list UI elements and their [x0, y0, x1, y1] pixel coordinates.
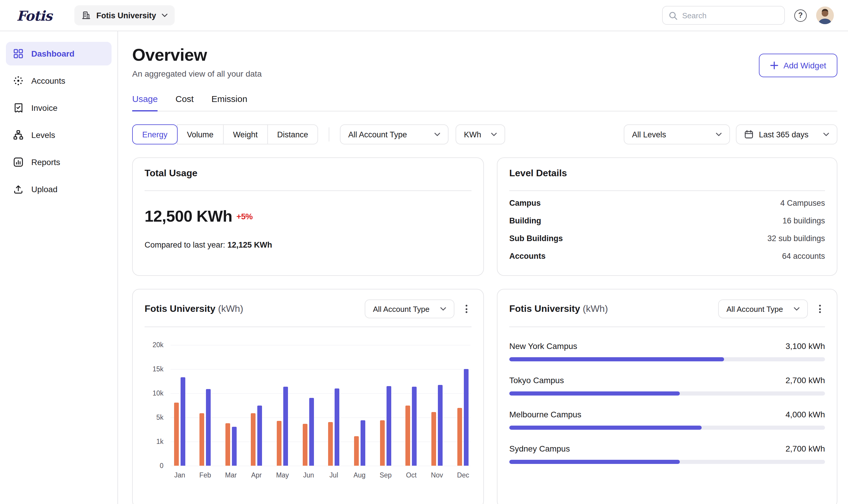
divider	[509, 327, 825, 327]
progress-fill	[509, 426, 702, 430]
measure-weight[interactable]: Weight	[223, 124, 268, 144]
sidebar-item-label: Levels	[31, 130, 55, 140]
chevron-down-icon	[440, 307, 446, 311]
usage-bar	[251, 414, 256, 466]
total-usage-card: Total Usage 12,500 KWh+5% Compared to la…	[132, 157, 484, 276]
month-label: Oct	[406, 472, 417, 479]
usage-bar	[310, 398, 314, 466]
tab-usage[interactable]: Usage	[132, 94, 158, 111]
usage-chart-card: Fotis University (kWh) All Account Type …	[132, 289, 484, 504]
sidebar-item-invoice[interactable]: Invoice	[6, 96, 111, 120]
measure-toggle: Energy Volume Weight Distance	[132, 124, 318, 144]
campus-row: Tokyo Campus 2,700 kWh	[509, 374, 825, 396]
tab-emission[interactable]: Emission	[211, 94, 247, 111]
level-label: Sub Buildings	[509, 233, 563, 244]
sidebar-item-label: Dashboard	[31, 49, 74, 58]
sidebar-item-upload[interactable]: Upload	[6, 177, 111, 201]
usage-bar	[232, 427, 237, 466]
level-label: Building	[509, 216, 541, 226]
date-range-select[interactable]: Last 365 days	[736, 124, 837, 144]
tab-cost[interactable]: Cost	[176, 94, 194, 111]
invoice-icon	[13, 103, 23, 113]
level-row: Sub Buildings 32 sub buildings	[509, 233, 825, 244]
search-input[interactable]	[682, 11, 778, 20]
chevron-down-icon	[716, 133, 722, 136]
progress-track	[509, 426, 825, 430]
tabs: Usage Cost Emission	[132, 94, 837, 111]
y-axis-label: 10k	[153, 390, 163, 397]
campus-account-type-select[interactable]: All Account Type	[718, 300, 808, 318]
month-label: Jun	[303, 472, 314, 479]
sidebar-item-levels[interactable]: Levels	[6, 123, 111, 147]
measure-distance[interactable]: Distance	[267, 124, 318, 144]
progress-track	[509, 357, 825, 361]
month-label: Aug	[353, 472, 366, 479]
account-type-value: All Account Type	[348, 130, 407, 139]
levels-select[interactable]: All Levels	[624, 124, 730, 144]
usage-bar	[380, 420, 385, 466]
plus-icon	[770, 61, 778, 70]
level-value: 64 accounts	[782, 251, 825, 262]
kebab-menu-icon[interactable]	[815, 301, 825, 317]
usage-bar	[225, 423, 230, 466]
kebab-menu-icon[interactable]	[462, 301, 471, 317]
measure-energy[interactable]: Energy	[132, 124, 178, 144]
usage-bar	[457, 408, 462, 466]
month-label: May	[276, 472, 289, 479]
usage-bar	[206, 389, 211, 466]
add-widget-label: Add Widget	[783, 61, 826, 70]
search-box	[662, 6, 785, 25]
chevron-down-icon	[491, 133, 497, 136]
campus-name: Melbourne Campus	[509, 409, 581, 420]
campus-name: Sydney Campus	[509, 443, 570, 454]
delta-badge: +5%	[236, 212, 253, 221]
usage-bar	[431, 412, 436, 466]
chart-account-type-select[interactable]: All Account Type	[365, 300, 454, 318]
campus-row: Melbourne Campus 4,000 kWh	[509, 409, 825, 430]
help-button[interactable]: ?	[794, 9, 807, 21]
month-label: Sep	[379, 472, 392, 479]
level-value: 4 Campuses	[780, 198, 825, 209]
chevron-down-icon	[823, 133, 829, 136]
header-right: ?	[662, 6, 834, 25]
usage-bar	[328, 422, 333, 466]
progress-track	[509, 391, 825, 396]
campus-usage-card: Fotis University (kWh) All Account Type …	[497, 289, 837, 504]
org-switcher[interactable]: Fotis University	[74, 5, 174, 25]
chevron-down-icon	[794, 307, 800, 311]
app-logo: Fotis	[17, 7, 52, 23]
dashboard-grid-icon	[13, 48, 23, 59]
level-value: 16 buildings	[782, 216, 825, 226]
usage-bar	[406, 406, 411, 466]
calendar-icon	[744, 130, 754, 139]
measure-volume[interactable]: Volume	[177, 124, 224, 144]
main-content: Overview An aggregated view of all your …	[118, 31, 848, 504]
y-axis-label: 0	[160, 462, 163, 469]
usage-bar	[412, 387, 417, 466]
chevron-down-icon	[161, 14, 167, 17]
y-axis-label: 15k	[153, 365, 163, 373]
usage-bar	[438, 385, 443, 466]
campus-value: 2,700 kWh	[785, 443, 825, 454]
level-row: Campus 4 Campuses	[509, 198, 825, 209]
unit-select[interactable]: KWh	[455, 124, 505, 144]
sidebar-item-dashboard[interactable]: Dashboard	[6, 42, 111, 66]
right-filters: All Levels Last 365 days	[624, 124, 837, 144]
card-title: Level Details	[509, 168, 825, 179]
sidebar-item-accounts[interactable]: Accounts	[6, 69, 111, 93]
campus-value: 2,700 kWh	[785, 374, 825, 386]
campus-unit-label: (kWh)	[583, 304, 608, 313]
date-range-value: Last 365 days	[759, 130, 809, 139]
filter-row: Energy Volume Weight Distance All Accoun…	[132, 124, 837, 144]
progress-fill	[509, 391, 680, 396]
total-usage-value: 12,500 KWh+5%	[144, 208, 471, 226]
sidebar-item-reports[interactable]: Reports	[6, 150, 111, 174]
month-label: Mar	[225, 472, 237, 479]
app-window: Fotis Fotis University	[0, 0, 848, 504]
account-type-select[interactable]: All Account Type	[340, 124, 449, 144]
month-label: Nov	[431, 472, 443, 479]
filter-divider	[329, 127, 329, 142]
avatar[interactable]	[816, 6, 834, 24]
add-widget-button[interactable]: Add Widget	[759, 54, 837, 77]
level-row: Building 16 buildings	[509, 216, 825, 226]
